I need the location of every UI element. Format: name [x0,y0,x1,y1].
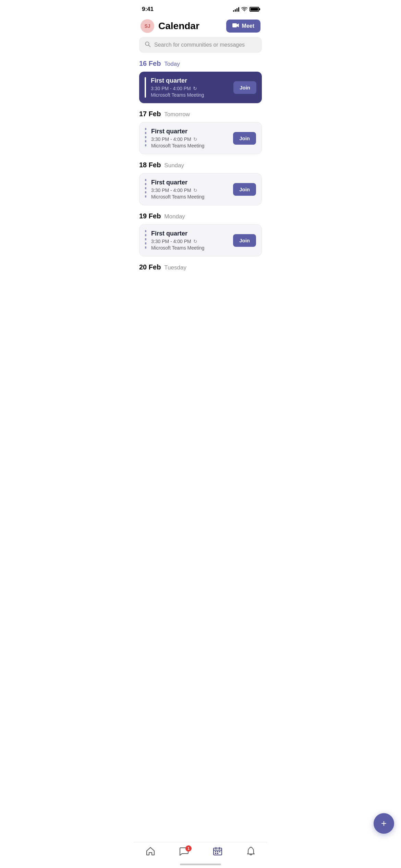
event-location-feb17: Microsoft Teams Meeting [151,143,233,148]
event-info-feb18: First quarter 3:30 PM - 4:00 PM ↻ Micros… [151,179,233,200]
calendar-content: 16 Feb Today First quarter 3:30 PM - 4:0… [134,60,267,316]
page-title: Calendar [158,21,199,32]
svg-point-0 [244,11,245,11]
search-bar[interactable]: Search for communities or messages [139,37,262,53]
search-container: Search for communities or messages [134,37,267,58]
event-time-row-feb16: 3:30 PM - 4:00 PM ↻ [151,86,233,91]
status-bar: 9:41 [134,0,267,16]
event-stripe-feb19 [145,230,146,251]
search-icon [145,41,151,49]
recur-icon-feb18: ↻ [193,188,197,193]
event-stripe-feb17 [145,128,146,148]
date-day-feb16: Today [164,61,180,68]
status-time: 9:41 [142,6,154,13]
event-location-feb19: Microsoft Teams Meeting [151,245,233,251]
event-info-feb17: First quarter 3:30 PM - 4:00 PM ↻ Micros… [151,128,233,148]
date-day-feb17: Tomorrow [164,111,190,118]
event-time-feb17: 3:30 PM - 4:00 PM [151,136,191,142]
status-icons [233,7,259,12]
date-number-feb17: 17 Feb [139,110,161,118]
date-number-feb16: 16 Feb [139,60,161,68]
date-day-feb18: Sunday [164,162,184,169]
event-stripe-feb18 [145,179,146,200]
meet-label: Meet [242,23,254,29]
event-time-feb19: 3:30 PM - 4:00 PM [151,239,191,244]
join-button-feb19[interactable]: Join [233,234,256,247]
join-button-feb16[interactable]: Join [233,81,256,94]
date-number-feb19: 19 Feb [139,212,161,220]
date-header-feb17: 17 Feb Tomorrow [139,110,262,118]
event-location-feb16: Microsoft Teams Meeting [151,92,233,98]
wifi-icon [241,7,247,12]
event-time-feb16: 3:30 PM - 4:00 PM [151,86,191,91]
date-header-feb19: 19 Feb Monday [139,212,262,220]
search-placeholder: Search for communities or messages [154,42,245,48]
event-card-feb17[interactable]: First quarter 3:30 PM - 4:00 PM ↻ Micros… [139,122,262,154]
event-title-feb16: First quarter [151,77,233,84]
header: SJ Calendar Meet [134,16,267,37]
meet-button[interactable]: Meet [226,20,260,33]
date-day-feb20: Tuesday [164,264,186,271]
event-time-row-feb17: 3:30 PM - 4:00 PM ↻ [151,136,233,142]
recur-icon-feb16: ↻ [193,86,197,91]
event-card-feb19[interactable]: First quarter 3:30 PM - 4:00 PM ↻ Micros… [139,224,262,256]
event-time-row-feb19: 3:30 PM - 4:00 PM ↻ [151,239,233,244]
join-button-feb17[interactable]: Join [233,132,256,145]
date-number-feb20: 20 Feb [139,263,161,271]
event-card-feb16[interactable]: First quarter 3:30 PM - 4:00 PM ↻ Micros… [139,72,262,103]
event-card-feb18[interactable]: First quarter 3:30 PM - 4:00 PM ↻ Micros… [139,173,262,205]
event-title-feb17: First quarter [151,128,233,135]
event-title-feb18: First quarter [151,179,233,186]
event-info-feb19: First quarter 3:30 PM - 4:00 PM ↻ Micros… [151,230,233,251]
event-time-row-feb18: 3:30 PM - 4:00 PM ↻ [151,188,233,193]
recur-icon-feb17: ↻ [193,136,197,142]
event-time-feb18: 3:30 PM - 4:00 PM [151,188,191,193]
join-button-feb18[interactable]: Join [233,183,256,196]
signal-bars-icon [233,7,239,12]
battery-icon [250,7,259,12]
svg-rect-1 [232,23,237,27]
date-header-feb16: 16 Feb Today [139,60,262,68]
event-location-feb18: Microsoft Teams Meeting [151,194,233,200]
recur-icon-feb19: ↻ [193,239,197,244]
event-info-feb16: First quarter 3:30 PM - 4:00 PM ↻ Micros… [151,77,233,98]
avatar[interactable]: SJ [141,19,154,33]
svg-line-3 [149,45,150,47]
date-header-feb18: 18 Feb Sunday [139,161,262,169]
camera-icon [232,23,239,29]
event-title-feb19: First quarter [151,230,233,237]
event-stripe-feb16 [145,77,146,98]
date-number-feb18: 18 Feb [139,161,161,169]
date-header-feb20: 20 Feb Tuesday [139,263,262,271]
header-left: SJ Calendar [141,19,199,33]
date-day-feb19: Monday [164,213,185,220]
